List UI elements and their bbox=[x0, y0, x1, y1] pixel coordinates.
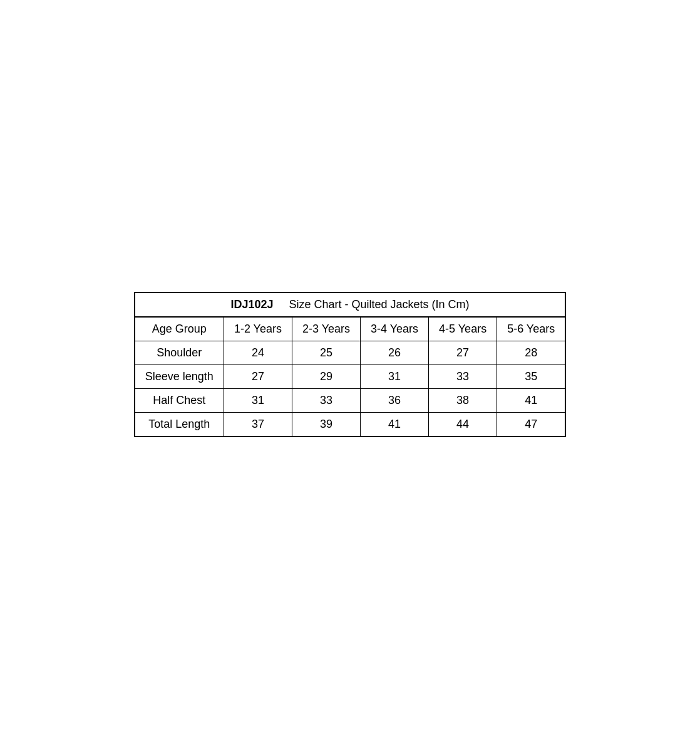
row-half-chest: Half Chest 31 33 36 38 41 bbox=[135, 389, 565, 413]
title-code: IDJ102J bbox=[230, 298, 273, 311]
sleeve-2-3: 29 bbox=[292, 365, 360, 389]
chest-2-3: 33 bbox=[292, 389, 360, 413]
length-2-3: 39 bbox=[292, 413, 360, 437]
shoulder-1-2: 24 bbox=[224, 341, 292, 365]
sleeve-1-2: 27 bbox=[224, 365, 292, 389]
chest-5-6: 41 bbox=[497, 389, 566, 413]
sleeve-5-6: 35 bbox=[497, 365, 566, 389]
sleeve-3-4: 31 bbox=[361, 365, 429, 389]
row-sleeve-length: Sleeve length 27 29 31 33 35 bbox=[135, 365, 565, 389]
length-4-5: 44 bbox=[429, 413, 497, 437]
sleeve-4-5: 33 bbox=[429, 365, 497, 389]
chest-1-2: 31 bbox=[224, 389, 292, 413]
table-wrapper: IDJ102J Size Chart - Quilted Jackets (In… bbox=[134, 292, 566, 437]
page-container: IDJ102J Size Chart - Quilted Jackets (In… bbox=[0, 0, 700, 729]
length-5-6: 47 bbox=[497, 413, 566, 437]
table-title: IDJ102J Size Chart - Quilted Jackets (In… bbox=[135, 292, 565, 317]
col-header-4-5-years: 4-5 Years bbox=[429, 317, 497, 341]
label-half-chest: Half Chest bbox=[135, 389, 224, 413]
label-total-length: Total Length bbox=[135, 413, 224, 437]
shoulder-3-4: 26 bbox=[361, 341, 429, 365]
length-1-2: 37 bbox=[224, 413, 292, 437]
chest-3-4: 36 bbox=[361, 389, 429, 413]
title-description: Size Chart - Quilted Jackets (In Cm) bbox=[289, 298, 469, 311]
shoulder-5-6: 28 bbox=[497, 341, 566, 365]
size-chart-table: IDJ102J Size Chart - Quilted Jackets (In… bbox=[134, 292, 566, 437]
col-header-2-3-years: 2-3 Years bbox=[292, 317, 360, 341]
row-shoulder: Shoulder 24 25 26 27 28 bbox=[135, 341, 565, 365]
shoulder-4-5: 27 bbox=[429, 341, 497, 365]
row-total-length: Total Length 37 39 41 44 47 bbox=[135, 413, 565, 437]
label-shoulder: Shoulder bbox=[135, 341, 224, 365]
col-header-1-2-years: 1-2 Years bbox=[224, 317, 292, 341]
column-header-row: Age Group 1-2 Years 2-3 Years 3-4 Years … bbox=[135, 317, 565, 341]
length-3-4: 41 bbox=[361, 413, 429, 437]
col-header-age-group: Age Group bbox=[135, 317, 224, 341]
chest-4-5: 38 bbox=[429, 389, 497, 413]
col-header-3-4-years: 3-4 Years bbox=[361, 317, 429, 341]
col-header-5-6-years: 5-6 Years bbox=[497, 317, 566, 341]
label-sleeve-length: Sleeve length bbox=[135, 365, 224, 389]
title-row: IDJ102J Size Chart - Quilted Jackets (In… bbox=[135, 292, 565, 317]
shoulder-2-3: 25 bbox=[292, 341, 360, 365]
